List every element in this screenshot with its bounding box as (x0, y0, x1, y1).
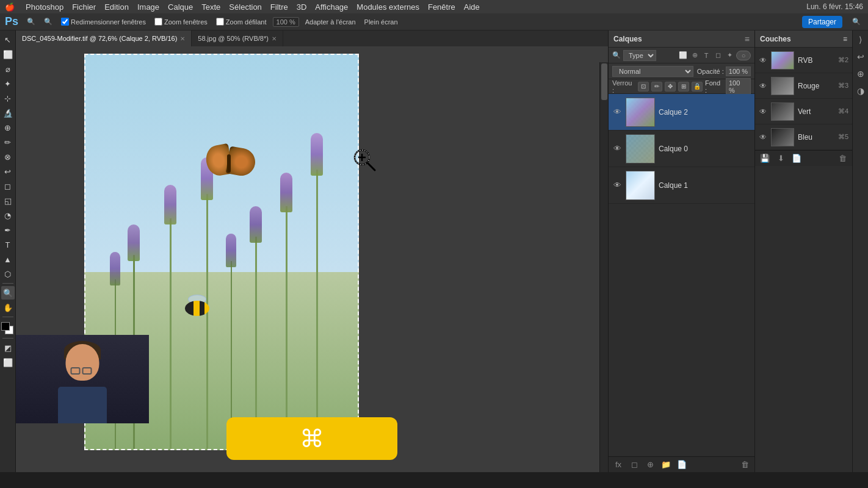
blend-mode-select[interactable]: Normal (612, 66, 693, 77)
properties-panel-icon[interactable]: ⊕ (854, 67, 867, 81)
layer-type-select[interactable]: Type (623, 50, 656, 61)
text-tool[interactable]: T (1, 238, 15, 251)
color-swatches[interactable] (1, 322, 15, 336)
layer-calque0[interactable]: 👁 Calque 0 (609, 131, 754, 167)
calques-settings-icon[interactable]: ≡ (745, 34, 750, 44)
healing-tool[interactable]: ⊕ (1, 121, 15, 134)
zoom-tool[interactable]: 🔍 (1, 286, 15, 300)
tab-tif-close[interactable]: ✕ (180, 35, 185, 42)
layer-calque1-visibility[interactable]: 👁 (612, 181, 622, 190)
menu-selection[interactable]: Sélection (229, 2, 261, 12)
couches-load-btn[interactable]: ⬇ (775, 153, 787, 164)
marquee-tool[interactable]: ⬜ (1, 48, 15, 61)
fond-value[interactable]: 100 % (726, 78, 751, 95)
lasso-tool[interactable]: ⌀ (1, 62, 15, 76)
lock-all-btn[interactable]: 🔒 (692, 82, 703, 92)
search-toolbar-btn[interactable]: 🔍 (850, 16, 863, 27)
pixel-filter-icon[interactable]: ⬜ (678, 51, 688, 60)
new-layer-btn[interactable]: 📄 (676, 459, 688, 470)
zoom-defilant-checkbox[interactable]: Zoom défilant (214, 16, 269, 27)
resize-windows-input[interactable] (61, 18, 69, 26)
couches-save-btn[interactable]: 💾 (759, 153, 771, 164)
tab-tif[interactable]: DSC_0459-Modifier.tif @ 72,6% (Calque 2,… (16, 30, 192, 46)
hand-tool[interactable]: ✋ (1, 301, 15, 314)
canvas-scrollbar[interactable] (599, 62, 608, 472)
plein-ecran-btn[interactable]: Plein écran (362, 17, 400, 27)
fx-btn[interactable]: fx (612, 459, 624, 470)
menu-aide[interactable]: Aide (464, 2, 480, 12)
menu-calque[interactable]: Calque (168, 2, 193, 12)
new-group-btn[interactable]: 📁 (660, 459, 672, 470)
menu-texte[interactable]: Texte (201, 2, 220, 12)
adapt-ecran-btn[interactable]: Adapter à l'écran (303, 17, 358, 27)
quick-mask-tool[interactable]: ◩ (1, 341, 15, 354)
lock-transparency-btn[interactable]: ⊡ (638, 82, 649, 92)
smart-filter-icon[interactable]: ✦ (725, 51, 734, 60)
canvas-scrollbar-thumb[interactable] (601, 63, 607, 100)
layer-calque0-visibility[interactable]: 👁 (612, 144, 622, 154)
menu-filtre[interactable]: Filtre (270, 2, 288, 12)
menu-3d[interactable]: 3D (297, 2, 307, 12)
history-panel-icon[interactable]: ↩ (854, 50, 867, 63)
layer-calque2[interactable]: 👁 Calque 2 (609, 94, 754, 131)
menu-fenetre[interactable]: Fenêtre (428, 2, 455, 12)
share-button[interactable]: Partager (802, 16, 842, 28)
delete-layer-btn[interactable]: 🗑 (739, 459, 751, 470)
zoom-windows-checkbox[interactable]: Zoom fenêtres (152, 16, 210, 27)
select-tool[interactable]: ✦ (1, 77, 15, 90)
screen-mode-tool[interactable]: ⬜ (1, 356, 15, 369)
channel-rouge[interactable]: 👁 Rouge ⌘3 (755, 73, 852, 99)
pen-tool[interactable]: ✒ (1, 223, 15, 237)
couches-delete-btn[interactable]: 🗑 (836, 153, 848, 164)
couches-new-btn[interactable]: 📄 (790, 153, 803, 164)
opacity-value[interactable]: 100 % (726, 66, 751, 76)
channel-rvb[interactable]: 👁 RVB ⌘2 (755, 48, 852, 73)
type-filter-icon[interactable]: T (701, 51, 711, 60)
menu-affichage[interactable]: Affichage (315, 2, 348, 12)
foreground-color-swatch[interactable] (1, 322, 10, 331)
resize-windows-checkbox[interactable]: Redimensionner fenêtres (59, 16, 148, 27)
channel-bleu[interactable]: 👁 Bleu ⌘5 (755, 124, 852, 150)
zoom-windows-input[interactable] (154, 18, 162, 26)
zoom-tool-btn2[interactable]: 🔍 (42, 16, 55, 27)
lock-artboard-btn[interactable]: ⊞ (678, 82, 689, 92)
menu-photoshop[interactable]: Photoshop (26, 2, 63, 12)
apple-logo-icon[interactable]: 🍎 (5, 2, 15, 12)
collapse-right-icon[interactable]: ⟩ (854, 33, 867, 46)
tab-jpg[interactable]: 58.jpg @ 50% (RVB/8*) ✕ (192, 30, 283, 46)
dodge-tool[interactable]: ◔ (1, 209, 15, 222)
zoom-defilant-input[interactable] (216, 18, 224, 26)
channel-bleu-visibility[interactable]: 👁 (759, 133, 767, 142)
shape-filter-icon[interactable]: ◻ (713, 51, 723, 60)
brush-tool[interactable]: ✏ (1, 135, 15, 149)
couches-expand-icon[interactable]: ≡ (843, 35, 847, 43)
shape-tool[interactable]: ⬡ (1, 267, 15, 281)
menu-fichier[interactable]: Fichier (72, 2, 96, 12)
move-tool[interactable]: ↖ (1, 33, 15, 46)
menu-modules[interactable]: Modules externes (356, 2, 419, 12)
channel-vert[interactable]: 👁 Vert ⌘4 (755, 99, 852, 124)
add-adjustment-btn[interactable]: ⊕ (644, 459, 656, 470)
path-tool[interactable]: ▲ (1, 253, 15, 266)
lock-image-btn[interactable]: ✏ (651, 82, 662, 92)
lock-position-btn[interactable]: ✥ (665, 82, 676, 92)
channel-rouge-visibility[interactable]: 👁 (759, 82, 767, 90)
zoom-tool-btn[interactable]: 🔍 (24, 16, 38, 27)
history-tool[interactable]: ↩ (1, 165, 15, 178)
gradient-tool[interactable]: ◱ (1, 194, 15, 207)
channel-vert-visibility[interactable]: 👁 (759, 107, 767, 116)
menu-image[interactable]: Image (137, 2, 159, 12)
layer-calque1[interactable]: 👁 Calque 1 (609, 167, 754, 204)
eraser-tool[interactable]: ◻ (1, 179, 15, 193)
toggle-filter-btn[interactable]: ○ (736, 51, 751, 60)
menu-edition[interactable]: Edition (104, 2, 129, 12)
crop-tool[interactable]: ⊹ (1, 92, 15, 105)
add-mask-btn[interactable]: ◻ (628, 459, 640, 470)
layer-calque2-visibility[interactable]: 👁 (612, 107, 622, 117)
clone-tool[interactable]: ⊗ (1, 150, 15, 163)
eyedropper-tool[interactable]: 🔬 (1, 106, 15, 120)
tab-jpg-close[interactable]: ✕ (272, 35, 277, 42)
adjust-filter-icon[interactable]: ⊕ (690, 51, 700, 60)
channel-rvb-visibility[interactable]: 👁 (759, 56, 767, 65)
adjustments-panel-icon[interactable]: ◑ (854, 84, 867, 98)
